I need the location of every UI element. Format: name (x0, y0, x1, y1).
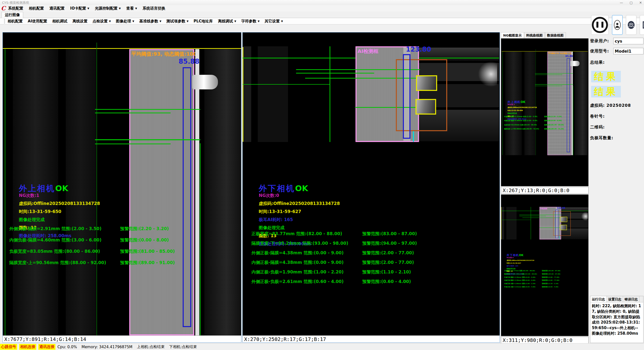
warning-range-text: 预警范围:(89.00 - 91.00) (120, 260, 175, 266)
measurement-text: 内侧负极-隔膜=4.60mm 范围:(3.00 - 6.00) (9, 237, 120, 243)
menu-item-language-switch[interactable]: 系统语言切换 (143, 6, 165, 11)
machinery-highlight (477, 60, 497, 88)
maximize-button[interactable]: ▢ (630, 1, 633, 5)
toolbar: 相机配置 AI使用配置 相机调试 离线设置 点检设置 ▾ 图像处理 ▾ 基准线参… (0, 18, 644, 24)
virtual-code-label: 虚拟码: 20250208 (590, 103, 643, 108)
warning-range-text: 预警范围:(0.60 - 4.00) (542, 286, 559, 288)
upper-camera-status: 上相机:点检结束 (137, 344, 165, 349)
tool-spot-check-setting[interactable]: 点检设置 ▾ (92, 19, 111, 24)
measure-line-green (95, 144, 171, 144)
tool-char-params[interactable]: 字符参数 ▾ (241, 19, 260, 24)
time-line: 时间:13-31-59-650 (507, 109, 537, 111)
result-label: OK (55, 184, 68, 193)
measure-line-green (95, 113, 171, 113)
camera-name-label: 外上相机 (507, 100, 521, 104)
tool-offline-debug[interactable]: 离线调试 ▾ (218, 19, 236, 24)
upper-camera-view[interactable]: 平均阈值:93, 动态阈值:100 85.88 外上相机OK NG次数:1 虚拟… (3, 32, 241, 335)
warning-range-text: 预警范围:(0.60 - 4.00) (362, 279, 411, 285)
time-line: 时间:13-31-59-627 (507, 262, 534, 264)
result-badge-lower: 结果 (591, 86, 621, 97)
menu-item-comm-config[interactable]: 通讯配置 (49, 6, 65, 11)
tool-camera-config[interactable]: 相机配置 (8, 19, 23, 24)
measure-line-green (501, 220, 531, 220)
measurement-text: 外侧负极-隔膜=2.91mm 范围:(2.00 - 3.50) (504, 116, 544, 118)
qr-code-label: 二维码: (590, 125, 643, 130)
tool-camera-debug[interactable]: 相机调试 (52, 19, 67, 24)
measurement-text: 正极宽度=83.77mm 范围:(82.00 - 88.00) (504, 270, 542, 272)
coordinate-bar-upper: X:7677;Y:891;R:14;G:14;B:14 (3, 335, 241, 342)
menu-item-io-card-config[interactable]: IO卡配置 ▾ (70, 6, 89, 11)
close-button[interactable]: ✕ (639, 1, 642, 5)
tool-ai-use-config[interactable]: AI使用配置 (28, 19, 47, 24)
tool-offline-setting[interactable]: 离线设置 (72, 19, 87, 24)
virtual-code-line: 虚拟码:Offline20250208133134728 (507, 107, 537, 109)
background-strip (258, 46, 288, 142)
pause-icon (592, 17, 608, 33)
coordinate-bar-thumb2: X:311;Y:980;R:0;G:0;B:0 (501, 337, 589, 344)
tool-test-item-params[interactable]: 测试项参数 ▾ (167, 19, 189, 24)
process-done-line: 图像处理完成 (507, 268, 534, 270)
measurement-text: 内侧负极-隔膜=4.60mm 范围:(3.00 - 6.00) (504, 120, 544, 122)
tab-row: 运行图像 (0, 12, 644, 18)
coordinate-bar-thumb1: X:267;Y:13;R:0;G:0;B:0 (501, 187, 589, 194)
virtual-code-line: 虚拟码:Offline20250208133134728 (259, 201, 340, 206)
thumbnail-upper-camera[interactable]: 平均阈值:93, 动态阈值:100 85.88 外上相机OK NG次数:1 虚拟… (501, 38, 589, 186)
warning-range-text: 预警范围:(1.10 - 2.10) (542, 283, 559, 285)
reference-line-yellow (502, 51, 588, 51)
menu-item-light-config[interactable]: 光源控制配置 ▾ (95, 6, 121, 11)
thumbnail-lower-camera[interactable]: AI检测框 123.80 外下相机OK NG次数:0 虚拟码:Offline20… (501, 194, 589, 336)
width-value-label: 123.80 (557, 207, 565, 209)
exit-button[interactable] (640, 15, 644, 35)
width-value-label: 85.88 (565, 55, 573, 57)
warning-range-text: 预警范围:(2.00 - 77.00) (542, 276, 560, 278)
ai-time-line: 极耳AI耗时: 165 (507, 265, 534, 267)
ng-tab-material-curve[interactable]: 料线曲线图 (524, 32, 545, 38)
minimize-button[interactable]: — (620, 1, 623, 5)
user-icon (614, 19, 621, 31)
user-button[interactable] (612, 15, 623, 35)
log-tab-settings[interactable]: 设置日志 (607, 296, 623, 302)
tool-other-settings[interactable]: 其它设置 ▾ (265, 19, 283, 24)
background-strip (506, 207, 517, 239)
ng-tab-screenshot[interactable]: NG截图显示 (501, 32, 524, 38)
warning-range-text: 预警范围:(94.00 - 97.00) (542, 273, 561, 275)
measurement-text: 内侧正极-负极=1.90mm 范围:(1.00 - 2.20) (251, 269, 362, 275)
model-input[interactable]: Model1 (613, 48, 643, 54)
warning-range-text: 预警范围:(94.00 - 97.00) (362, 240, 417, 246)
time-line: 时间:13-31-59-650 (19, 209, 100, 215)
ng-tab-data-curve[interactable]: 数据曲线图 (545, 32, 566, 38)
tab-run-image[interactable]: 运行图像 (2, 12, 23, 18)
camera-link-chip: 相机连接 (19, 344, 36, 350)
warning-range-text: 预警范围:(83.00 - 87.00) (542, 270, 561, 272)
warning-range-text: 预警范围:(2.00 - 77.00) (542, 279, 560, 282)
measurement-text: 外侧正极-隔膜=4.38mm 范围:(0.00 - 9.00) (504, 276, 542, 278)
warning-range-text: 预警范围:(2.20 - 3.20) (544, 116, 562, 118)
measurement-block: 正极宽度=83.77mm 范围:(82.00 - 88.00)预警范围:(83.… (251, 231, 417, 288)
users-group-button[interactable] (626, 15, 636, 35)
measurement-text: 外侧正极-隔膜=4.38mm 范围:(0.00 - 9.00) (251, 250, 362, 256)
menu-item-system-config[interactable]: 系统配置 (8, 6, 23, 11)
width-measure-box (567, 58, 570, 152)
measure-line-green (535, 73, 573, 74)
tool-image-processing[interactable]: 图像处理 ▾ (116, 19, 134, 24)
measure-line-green (95, 109, 200, 110)
pause-button[interactable] (591, 15, 609, 35)
defect-box-yellow (560, 225, 567, 230)
log-tab-errors[interactable]: 错误日志 (623, 296, 639, 302)
machinery-highlight (581, 212, 588, 221)
menu-item-camera-config[interactable]: 相机配置 (29, 6, 44, 11)
comm-link-chip: 通讯连接 (38, 344, 55, 350)
reference-line-cyan (559, 236, 559, 239)
log-tab-run[interactable]: 运行日志 (590, 296, 607, 302)
lower-camera-view[interactable]: AI检测框 123.80 外下相机OK NG次数:0 虚拟码:Offline20… (243, 32, 499, 335)
tool-plc-address-lib[interactable]: PLC地址库 (194, 19, 213, 24)
login-user-input[interactable]: cys (613, 38, 643, 44)
electrode-tab (570, 61, 579, 66)
reference-line-yellow (243, 47, 243, 142)
camera-name-label: 外下相机 (259, 184, 295, 193)
measure-line-green (95, 139, 200, 140)
toolbar-grip-icon (4, 19, 5, 23)
defect-box-yellow (416, 75, 437, 91)
tool-baseline-params[interactable]: 基准线参数 ▾ (139, 19, 162, 24)
menu-item-view[interactable]: 查看 ▾ (126, 6, 137, 11)
